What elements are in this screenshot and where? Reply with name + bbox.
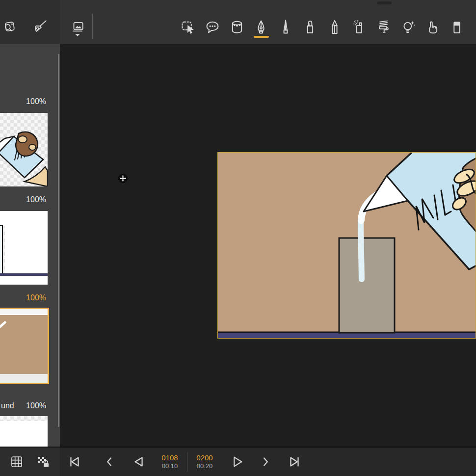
pointing-finger-icon bbox=[424, 19, 440, 35]
layer-thumbnail-2[interactable] bbox=[0, 211, 48, 285]
layer3-art-wall bbox=[0, 309, 48, 383]
current-frame-display: 0108 00:10 bbox=[155, 453, 185, 471]
layer-opacity-label: 100% bbox=[0, 401, 46, 410]
step-forward-button[interactable] bbox=[255, 451, 276, 473]
toolbar-divider bbox=[92, 14, 93, 39]
paint-roller-icon bbox=[375, 19, 391, 35]
grid-icon bbox=[10, 455, 24, 469]
chevron-down-icon bbox=[75, 34, 80, 36]
end-frame-display: 0200 00:20 bbox=[189, 453, 220, 471]
pen-icon bbox=[253, 19, 269, 35]
top-toolbar bbox=[0, 0, 476, 44]
tool-paint-bucket[interactable] bbox=[227, 16, 247, 38]
layer1-art-milk-carton-hand bbox=[0, 113, 48, 186]
timeline-toolbar: 0108 00:10 0200 00:20 bbox=[60, 448, 476, 476]
layer-opacity-label-selected: 100% bbox=[0, 293, 46, 302]
chevron-right-icon bbox=[258, 454, 273, 470]
tool-speech-bubble[interactable] bbox=[203, 16, 222, 38]
speech-bubble-icon bbox=[205, 19, 220, 35]
play-icon bbox=[229, 454, 244, 470]
paint-bucket-icon bbox=[229, 19, 245, 35]
tool-finger-smudge[interactable] bbox=[423, 16, 442, 38]
canvas-scene-milk-pour bbox=[218, 153, 476, 339]
move-cursor-icon bbox=[118, 174, 128, 183]
layer-thumbnail-4[interactable] bbox=[0, 416, 48, 448]
reference-search-button[interactable] bbox=[0, 16, 19, 39]
tool-needle[interactable] bbox=[276, 16, 295, 38]
step-back-button[interactable] bbox=[99, 451, 120, 473]
clean-canvas-icon bbox=[32, 19, 48, 35]
tool-marker[interactable] bbox=[300, 16, 320, 38]
bottom-toolbar-left bbox=[0, 448, 60, 476]
transparency-lock-button[interactable] bbox=[36, 455, 50, 469]
tool-paint-roller[interactable] bbox=[373, 16, 393, 38]
play-button[interactable] bbox=[226, 451, 247, 473]
frame-display-divider bbox=[187, 452, 187, 472]
window-drag-handle[interactable] bbox=[377, 1, 392, 4]
tool-glow[interactable] bbox=[398, 16, 418, 38]
layer4-art-white-background bbox=[0, 416, 48, 448]
current-frame-number: 0108 bbox=[155, 453, 185, 463]
tool-pencil[interactable] bbox=[325, 16, 344, 38]
spray-icon bbox=[351, 19, 367, 35]
import-dropdown-caret[interactable] bbox=[75, 34, 80, 36]
transparency-lock-icon bbox=[36, 455, 50, 469]
triangle-left-icon bbox=[131, 454, 147, 470]
reference-search-icon bbox=[1, 20, 16, 35]
current-frame-time: 00:10 bbox=[155, 462, 185, 470]
tool-pen[interactable] bbox=[251, 16, 271, 38]
layer2-art-glass-table bbox=[0, 211, 48, 285]
sidebar-scrollbar[interactable] bbox=[58, 54, 59, 427]
end-frame-time: 00:20 bbox=[189, 462, 220, 470]
import-image-icon bbox=[70, 20, 85, 34]
skip-last-icon bbox=[287, 454, 302, 470]
chevron-left-icon bbox=[102, 454, 117, 470]
needle-icon bbox=[278, 19, 293, 35]
end-frame-number: 0200 bbox=[189, 453, 220, 463]
tool-eraser[interactable] bbox=[447, 16, 467, 38]
layer-thumbnail-1[interactable] bbox=[0, 113, 48, 186]
selected-tool-underline bbox=[254, 36, 269, 38]
marker-icon bbox=[302, 19, 318, 35]
skip-first-button[interactable] bbox=[64, 451, 85, 473]
prev-frame-button[interactable] bbox=[128, 451, 150, 473]
clean-canvas-button[interactable] bbox=[30, 16, 50, 38]
skip-last-button[interactable] bbox=[284, 451, 305, 473]
layer-opacity-label: 100% bbox=[0, 195, 46, 204]
tool-spray[interactable] bbox=[349, 16, 369, 38]
skip-first-icon bbox=[67, 454, 82, 470]
eraser-icon bbox=[449, 19, 465, 35]
drawing-canvas[interactable] bbox=[217, 152, 476, 339]
grid-view-button[interactable] bbox=[10, 455, 24, 469]
pencil-icon bbox=[327, 19, 343, 35]
light-bulb-icon bbox=[400, 19, 416, 35]
layer-thumbnail-3-selected[interactable] bbox=[0, 308, 49, 384]
tool-select[interactable] bbox=[179, 16, 198, 38]
layers-sidebar: 100% 100% 100% un bbox=[0, 44, 60, 448]
select-tool-icon bbox=[181, 19, 196, 35]
layer-opacity-label: 100% bbox=[0, 97, 46, 106]
